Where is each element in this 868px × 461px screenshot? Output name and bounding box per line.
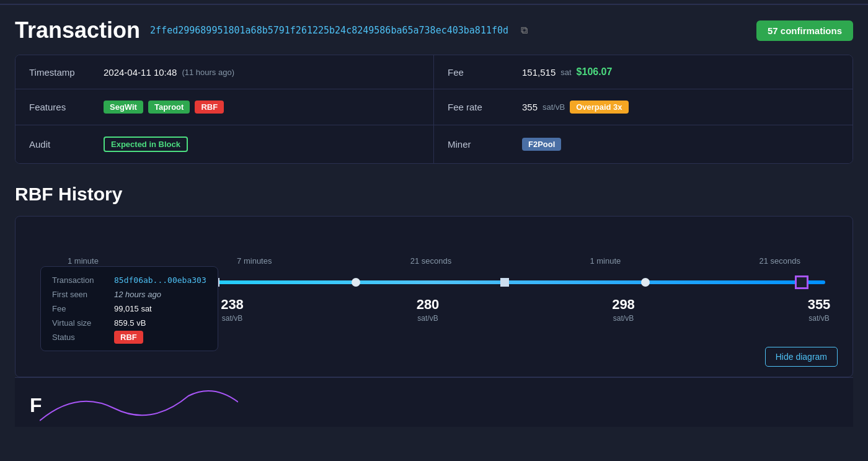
info-grid: Timestamp 2024-04-11 10:48 (11 hours ago…	[15, 55, 853, 164]
timeline-node-3-shape	[500, 278, 509, 287]
page-title: Transaction	[15, 17, 140, 43]
tval-2: 280 sat/vB	[409, 297, 446, 323]
timestamp-ago: (11 hours ago)	[182, 68, 234, 77]
timestamp-text: 2024-04-11 10:48	[104, 67, 177, 78]
tval-1-unit: sat/vB	[214, 314, 251, 323]
timeline-labels: 1 minute 7 minutes 21 seconds 1 minute 2…	[30, 256, 838, 266]
miner-value: F2Pool	[522, 138, 561, 151]
interval-label-1: 7 minutes	[237, 256, 272, 266]
tooltip-status-badge: RBF	[114, 331, 143, 344]
tooltip-firstseen-row: First seen 12 hours ago	[52, 290, 206, 299]
curve-chart	[40, 377, 238, 427]
fee-sat-unit: sat	[560, 68, 571, 77]
badge-segwit: SegWit	[104, 101, 143, 114]
fee-sat-amount: 151,515	[522, 67, 556, 78]
tval-1: 238 sat/vB	[214, 297, 251, 323]
tooltip-fee-value: 99,015 sat	[114, 304, 152, 313]
fee-rate-number: 355	[522, 102, 538, 112]
fee-rate-value: 355 sat/vB Overpaid 3x	[522, 101, 629, 114]
transaction-header: Transaction 2ffed299689951801a68b5791f26…	[15, 17, 853, 43]
tooltip-popup: Transaction 85df06ab...00eba303 First se…	[40, 266, 218, 351]
top-bar	[0, 0, 868, 5]
timestamp-label: Timestamp	[29, 67, 104, 78]
tval-4-unit: sat/vB	[800, 314, 838, 323]
tooltip-tx-label: Transaction	[52, 275, 108, 285]
tval-2-unit: sat/vB	[409, 314, 446, 323]
badge-taproot: Taproot	[148, 101, 190, 114]
fee-usd: $106.07	[577, 66, 613, 78]
timeline-node-2-shape	[352, 278, 360, 287]
tooltip-tx-value[interactable]: 85df06ab...00eba303	[114, 275, 206, 285]
fee-rate-unit: sat/vB	[542, 102, 565, 112]
audit-value: Expected in Block	[104, 137, 188, 152]
miner-row: Miner F2Pool	[434, 125, 852, 163]
fee-rate-row: Fee rate 355 sat/vB Overpaid 3x	[434, 89, 852, 125]
tooltip-firstseen-value: 12 hours ago	[114, 290, 161, 299]
badge-f2pool: F2Pool	[522, 138, 561, 151]
rbf-chart-container: 1 minute 7 minutes 21 seconds 1 minute 2…	[15, 216, 853, 377]
expected-in-block-badge: Expected in Block	[104, 137, 188, 152]
features-label: Features	[29, 102, 104, 112]
tooltip-vsize-unit: vB	[136, 318, 146, 328]
tooltip-fee-unit: sat	[141, 304, 151, 313]
timeline-node-4	[641, 278, 650, 287]
fee-row: Fee 151,515 sat $106.07	[434, 55, 852, 89]
badge-overpaid: Overpaid 3x	[570, 101, 628, 114]
tooltip-status-value: RBF	[114, 333, 143, 342]
timeline-node-3	[500, 278, 509, 287]
timeline-node-4-shape	[641, 278, 650, 287]
audit-label: Audit	[29, 139, 104, 150]
tval-1-num: 238	[214, 297, 251, 313]
fee-label: Fee	[448, 67, 522, 78]
tval-3-unit: sat/vB	[605, 314, 642, 323]
tooltip-status-row: Status RBF	[52, 333, 206, 342]
confirmations-badge: 57 confirmations	[756, 20, 853, 41]
tx-title-group: Transaction 2ffed299689951801a68b5791f26…	[15, 17, 528, 43]
audit-row: Audit Expected in Block	[16, 125, 434, 163]
tval-3: 298 sat/vB	[605, 297, 642, 323]
tooltip-fee-num: 99,015	[114, 304, 139, 313]
features-row: Features SegWit Taproot RBF	[16, 89, 434, 125]
tooltip-tx-row: Transaction 85df06ab...00eba303	[52, 275, 206, 285]
tooltip-vsize-label: Virtual size	[52, 318, 108, 328]
features-value: SegWit Taproot RBF	[104, 101, 224, 114]
interval-label-0: 1 minute	[68, 256, 99, 266]
main-container: Transaction 2ffed299689951801a68b5791f26…	[0, 5, 868, 439]
tval-3-num: 298	[605, 297, 642, 313]
interval-label-3: 1 minute	[590, 256, 621, 266]
copy-icon[interactable]: ⧉	[521, 25, 528, 36]
tooltip-firstseen-label: First seen	[52, 290, 108, 299]
tooltip-fee-label: Fee	[52, 304, 108, 313]
timeline-node-active-shape	[795, 275, 808, 289]
hide-diagram-button[interactable]: Hide diagram	[765, 347, 838, 367]
tval-4: 355 sat/vB	[800, 297, 838, 323]
bottom-curve-area: F	[15, 377, 853, 427]
timeline-node-2	[352, 278, 360, 287]
tooltip-fee-row: Fee 99,015 sat	[52, 304, 206, 313]
tooltip-status-label: Status	[52, 333, 108, 342]
timestamp-value: 2024-04-11 10:48 (11 hours ago)	[104, 67, 234, 78]
fee-value: 151,515 sat $106.07	[522, 66, 612, 78]
tval-4-num: 355	[800, 297, 838, 313]
timestamp-row: Timestamp 2024-04-11 10:48 (11 hours ago…	[16, 55, 434, 89]
tooltip-vsize-num: 859.5	[114, 318, 135, 328]
fee-rate-label: Fee rate	[448, 102, 522, 112]
interval-label-4: 21 seconds	[760, 256, 801, 266]
badge-rbf: RBF	[195, 101, 224, 114]
interval-label-2: 21 seconds	[410, 256, 452, 266]
tooltip-vsize-value: 859.5 vB	[114, 318, 146, 328]
tval-2-num: 280	[409, 297, 446, 313]
tx-hash-link[interactable]: 2ffed299689951801a68b5791f261225b24c8249…	[150, 25, 508, 36]
timeline-node-active[interactable]	[795, 275, 808, 289]
rbf-title: RBF History	[15, 184, 853, 205]
miner-label: Miner	[448, 139, 522, 150]
tooltip-vsize-row: Virtual size 859.5 vB	[52, 318, 206, 328]
rbf-section: RBF History 1 minute 7 minutes 21 second…	[15, 184, 853, 427]
